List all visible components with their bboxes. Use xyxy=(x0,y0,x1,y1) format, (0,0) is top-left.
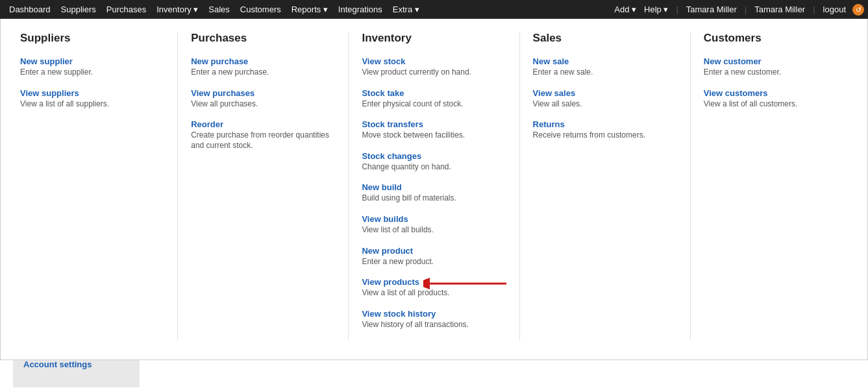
link-stock-take[interactable]: Stock take xyxy=(362,88,506,98)
menu-item-returns: Returns Receive returns from customers. xyxy=(533,119,677,141)
nav-integrations[interactable]: Integrations xyxy=(333,0,388,19)
desc-view-sales: View all sales. xyxy=(533,99,677,110)
nav-reports[interactable]: Reports ▾ xyxy=(286,0,333,19)
nav-help[interactable]: Help ▾ xyxy=(640,0,672,19)
page-wrapper: Dashboard Suppliers Purchases Inventory … xyxy=(0,0,868,390)
col-suppliers: Suppliers New supplier Enter a new suppl… xyxy=(7,32,178,340)
nav-user2[interactable]: Tamara Miller xyxy=(750,0,809,19)
col-purchases: Purchases New purchase Enter a new purch… xyxy=(178,32,349,340)
menu-item-view-purchases: View purchases View all purchases. xyxy=(191,88,335,110)
nav-dashboard[interactable]: Dashboard xyxy=(4,0,56,19)
refresh-icon[interactable] xyxy=(852,4,864,16)
menu-item-new-purchase: New purchase Enter a new purchase. xyxy=(191,56,335,78)
desc-view-stock: View product currently on hand. xyxy=(362,67,506,78)
nav-add[interactable]: Add ▾ xyxy=(610,0,640,19)
link-new-build[interactable]: New build xyxy=(362,182,506,192)
link-stock-changes[interactable]: Stock changes xyxy=(362,151,506,161)
desc-new-customer: Enter a new customer. xyxy=(704,67,848,78)
quicklink-account-settings[interactable]: Account settings xyxy=(23,360,129,369)
link-view-suppliers[interactable]: View suppliers xyxy=(20,88,164,98)
desc-new-purchase: Enter a new purchase. xyxy=(191,67,335,78)
desc-view-purchases: View all purchases. xyxy=(191,99,335,110)
menu-item-new-sale: New sale Enter a new sale. xyxy=(533,56,677,78)
top-nav: Dashboard Suppliers Purchases Inventory … xyxy=(0,0,868,19)
desc-new-supplier: Enter a new supplier. xyxy=(20,67,164,78)
nav-user1[interactable]: Tamara Miller xyxy=(682,0,741,19)
desc-reorder: Create purchase from reorder quantities … xyxy=(191,130,335,151)
menu-item-new-product: New product Enter a new product. xyxy=(362,246,506,267)
menu-item-view-stock-history: View stock history View history of all t… xyxy=(362,309,506,330)
link-reorder[interactable]: Reorder xyxy=(191,119,335,129)
col-customers: Customers New customer Enter a new custo… xyxy=(691,32,861,340)
link-returns[interactable]: Returns xyxy=(533,119,677,129)
link-new-product[interactable]: New product xyxy=(362,246,506,256)
link-view-customers[interactable]: View customers xyxy=(704,88,848,98)
col-sales-heading: Sales xyxy=(533,32,677,45)
nav-right: Add ▾ Help ▾ | Tamara Miller | Tamara Mi… xyxy=(610,0,864,19)
link-view-stock[interactable]: View stock xyxy=(362,56,506,66)
desc-view-products: View a list of all products. xyxy=(362,288,506,299)
link-view-stock-history[interactable]: View stock history xyxy=(362,309,506,319)
col-customers-heading: Customers xyxy=(704,32,848,45)
mega-menu: Suppliers New supplier Enter a new suppl… xyxy=(0,19,868,360)
desc-view-suppliers: View a list of all suppliers. xyxy=(20,99,164,110)
menu-item-view-customers: View customers View a list of all custom… xyxy=(704,88,848,110)
menu-item-view-products: View products View a list of all product… xyxy=(362,277,506,299)
link-stock-transfers[interactable]: Stock transfers xyxy=(362,119,506,129)
nav-purchases[interactable]: Purchases xyxy=(101,0,151,19)
col-inventory: Inventory View stock View product curren… xyxy=(349,32,519,340)
link-new-purchase[interactable]: New purchase xyxy=(191,56,335,66)
desc-view-stock-history: View history of all transactions. xyxy=(362,320,506,330)
nav-extra[interactable]: Extra ▾ xyxy=(388,0,425,19)
desc-stock-transfers: Move stock between facilities. xyxy=(362,130,506,141)
desc-view-builds: View list of all builds. xyxy=(362,225,506,236)
nav-customers[interactable]: Customers xyxy=(235,0,286,19)
link-view-sales[interactable]: View sales xyxy=(533,88,677,98)
nav-logout[interactable]: logout xyxy=(819,0,850,19)
col-inventory-heading: Inventory xyxy=(362,32,506,45)
menu-item-view-stock: View stock View product currently on han… xyxy=(362,56,506,78)
desc-view-customers: View a list of all customers. xyxy=(704,99,848,110)
nav-suppliers[interactable]: Suppliers xyxy=(56,0,101,19)
menu-item-reorder: Reorder Create purchase from reorder qua… xyxy=(191,119,335,151)
nav-inventory[interactable]: Inventory ▾ xyxy=(151,0,203,19)
menu-item-new-build: New build Build using bill of materials. xyxy=(362,182,506,204)
col-purchases-heading: Purchases xyxy=(191,32,335,45)
nav-sales[interactable]: Sales xyxy=(203,0,235,19)
desc-returns: Receive returns from customers. xyxy=(533,130,677,141)
menu-item-new-customer: New customer Enter a new customer. xyxy=(704,56,848,78)
desc-new-sale: Enter a new sale. xyxy=(533,67,677,78)
menu-item-view-builds: View builds View list of all builds. xyxy=(362,214,506,236)
col-suppliers-heading: Suppliers xyxy=(20,32,164,45)
link-view-products[interactable]: View products xyxy=(362,277,506,287)
desc-new-product: Enter a new product. xyxy=(362,257,506,267)
menu-item-view-sales: View sales View all sales. xyxy=(533,88,677,110)
desc-stock-take: Enter physical count of stock. xyxy=(362,99,506,110)
col-sales: Sales New sale Enter a new sale. View sa… xyxy=(520,32,691,340)
menu-item-view-suppliers: View suppliers View a list of all suppli… xyxy=(20,88,164,110)
menu-item-stock-transfers: Stock transfers Move stock between facil… xyxy=(362,119,506,141)
menu-item-stock-take: Stock take Enter physical count of stock… xyxy=(362,88,506,110)
desc-stock-changes: Change quantity on hand. xyxy=(362,162,506,173)
menu-item-stock-changes: Stock changes Change quantity on hand. xyxy=(362,151,506,173)
link-new-customer[interactable]: New customer xyxy=(704,56,848,66)
desc-new-build: Build using bill of materials. xyxy=(362,193,506,204)
link-view-builds[interactable]: View builds xyxy=(362,214,506,224)
link-new-supplier[interactable]: New supplier xyxy=(20,56,164,66)
link-view-purchases[interactable]: View purchases xyxy=(191,88,335,98)
menu-item-new-supplier: New supplier Enter a new supplier. xyxy=(20,56,164,78)
link-new-sale[interactable]: New sale xyxy=(533,56,677,66)
